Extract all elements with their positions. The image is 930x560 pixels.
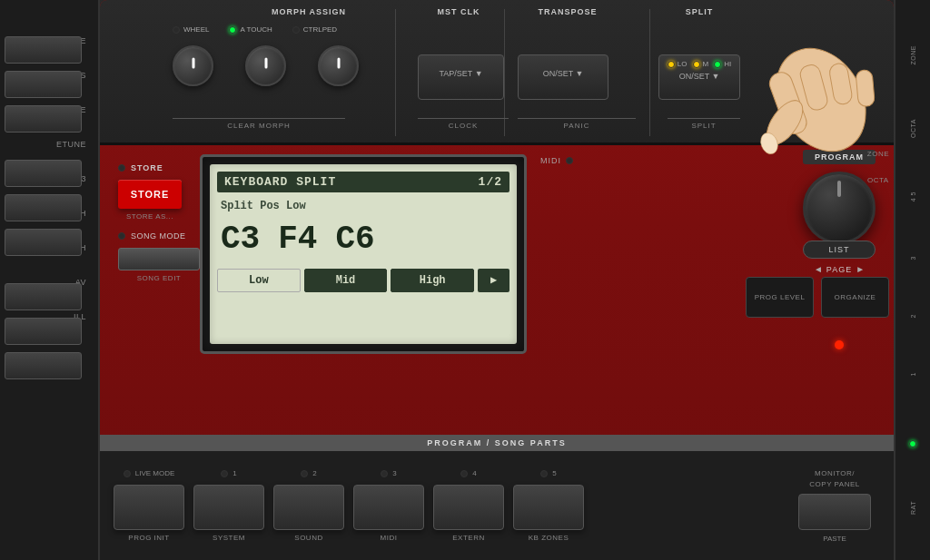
sound-label: SOUND	[294, 534, 322, 542]
ctrlped-label: CTRLPED	[303, 25, 337, 34]
store-button[interactable]: STORE	[118, 180, 182, 209]
content-area: STORE STORE STORE AS... SONG MODE SONG E…	[100, 145, 894, 560]
song-edit-label: SONG EDIT	[118, 274, 200, 282]
split-label: SPLIT	[663, 7, 736, 16]
transpose-on-set-label: ON/SET ▼	[519, 69, 608, 78]
kb-zones-group: 5 KB ZONES	[513, 469, 584, 542]
split-hi-led	[714, 61, 721, 68]
morph-knob-3[interactable]	[318, 45, 359, 86]
wheel-led	[173, 26, 180, 34]
split-bottom-label: SPLIT	[668, 118, 740, 130]
lcd-btn-mid[interactable]: Mid	[304, 269, 388, 292]
left-panel: RELEASE G RES NOISE ETUNE 3 CH UCH AV IL…	[0, 0, 100, 560]
monitor-copy-area: MONITOR/COPY PANEL PASTE	[789, 451, 880, 560]
split-lo-led	[668, 61, 675, 68]
lcd-page: 1/2	[479, 175, 502, 189]
lcd-subtitle: Split Pos Low	[217, 198, 510, 214]
morph-assign-label: MORPH ASSIGN	[209, 7, 409, 16]
lcd-value-c6: C6	[335, 223, 374, 256]
system-group: 1 SYSTEM	[193, 469, 264, 542]
song-mode-button[interactable]	[118, 248, 200, 270]
prog-level-label: PROG LEVEL	[755, 293, 806, 301]
lcd-buttons: Low Mid High ▶	[217, 269, 510, 292]
tap-set-button[interactable]: TAP/SET ▼	[418, 54, 504, 100]
prog-level-button[interactable]: PROG LEVEL	[746, 277, 814, 318]
part-2-led	[301, 470, 308, 477]
page-right-arrow[interactable]: ►	[856, 264, 865, 274]
midi-indicator: MIDI	[540, 156, 573, 165]
part-4-label: 4	[472, 469, 476, 477]
morph-knob-1[interactable]	[173, 45, 213, 86]
program-knob[interactable]	[803, 172, 876, 244]
transpose-on-set-button[interactable]: ON/SET ▼	[518, 54, 608, 100]
song-mode-indicator: SONG MODE	[118, 231, 200, 241]
divider-1	[395, 9, 396, 136]
page-label: PAGE	[826, 265, 852, 274]
divider-3	[649, 9, 650, 136]
organize-button[interactable]: ORGANIZE	[821, 277, 889, 318]
tap-set-label: TAP/SET ▼	[419, 69, 503, 78]
right-label-zone: ZONE	[910, 45, 916, 64]
midi-btn-group: 3 MIDI	[353, 469, 424, 542]
prog-init-group: LIVE MODE PROG INIT	[114, 469, 184, 542]
lcd-btn-low[interactable]: Low	[217, 269, 301, 292]
lcd-title-bar: KEYBOARD SPLIT 1/2	[217, 172, 510, 192]
right-label-2: 2	[910, 314, 916, 318]
right-label-rat: RAT	[910, 501, 916, 515]
store-led	[118, 164, 125, 172]
part-4-row: 4	[460, 469, 476, 477]
transpose-label: TRANSPOSE	[509, 7, 627, 16]
extern-button[interactable]	[433, 485, 504, 530]
midi-button[interactable]	[353, 485, 424, 530]
right-panel: ZONE OCTA 4 5 3 2 1 RAT	[894, 0, 930, 560]
live-mode-label: LIVE MODE	[135, 469, 175, 477]
part-5-label: 5	[552, 469, 556, 477]
system-button[interactable]	[193, 485, 264, 530]
midi-btn-label: MIDI	[381, 534, 398, 542]
ctrlped-led	[292, 26, 300, 34]
store-label: STORE	[131, 163, 163, 172]
split-on-set-button[interactable]: LO M HI ON/SET ▼	[658, 54, 740, 100]
store-indicator: STORE	[118, 163, 182, 172]
part-3-led	[381, 470, 388, 477]
main-body: MORPH ASSIGN WHEEL A TOUCH CTRLPED	[100, 0, 894, 560]
divider-2	[504, 9, 505, 136]
page-controls: ◄ PAGE ►	[803, 264, 876, 274]
system-label: SYSTEM	[213, 534, 245, 542]
lcd-btn-high[interactable]: High	[391, 269, 474, 292]
sound-group: 2 SOUND	[273, 469, 344, 542]
right-label-octa: OCTA	[910, 119, 916, 138]
paste-button[interactable]	[798, 494, 871, 530]
a-touch-label: A TOUCH	[240, 25, 272, 34]
lcd-btn-arrow[interactable]: ▶	[478, 269, 510, 292]
morph-knob-2[interactable]	[245, 45, 286, 86]
lcd-value-c3: C3	[221, 223, 260, 256]
part-4-led	[460, 470, 468, 477]
list-button[interactable]: LIST	[803, 241, 876, 259]
lcd-title: KEYBOARD SPLIT	[224, 175, 336, 189]
midi-label: MIDI	[540, 156, 561, 165]
kb-zones-button[interactable]	[513, 485, 584, 530]
split-lo-label: LO	[678, 60, 688, 68]
synthesizer: RELEASE G RES NOISE ETUNE 3 CH UCH AV IL…	[0, 0, 930, 560]
song-mode-led	[118, 232, 125, 240]
part-1-label: 1	[232, 469, 236, 477]
part-3-label: 3	[392, 469, 396, 477]
prog-organize-area: PROG LEVEL ORGANIZE	[746, 277, 889, 318]
clock-label: CLOCK	[418, 118, 509, 130]
part-2-label: 2	[312, 469, 316, 477]
bottom-buttons: LIVE MODE PROG INIT 1 SYSTEM	[100, 451, 894, 560]
split-m-label: M	[703, 60, 709, 68]
sound-button[interactable]	[273, 485, 344, 530]
page-left-arrow[interactable]: ◄	[814, 264, 823, 274]
lcd-display: KEYBOARD SPLIT 1/2 Split Pos Low C3 F4 C…	[200, 154, 527, 354]
octa-label: OCTA	[867, 176, 889, 184]
prog-init-label: PROG INIT	[128, 534, 169, 542]
prog-init-button[interactable]	[114, 485, 184, 530]
split-m-led	[693, 61, 700, 68]
prog-song-bar: PROGRAM / SONG PARTS	[100, 435, 894, 451]
panic-label: PANIC	[518, 118, 636, 130]
list-page-area: LIST ◄ PAGE ►	[803, 241, 876, 274]
prog-song-parts-label: PROGRAM / SONG PARTS	[427, 438, 566, 447]
midi-led	[566, 157, 573, 164]
